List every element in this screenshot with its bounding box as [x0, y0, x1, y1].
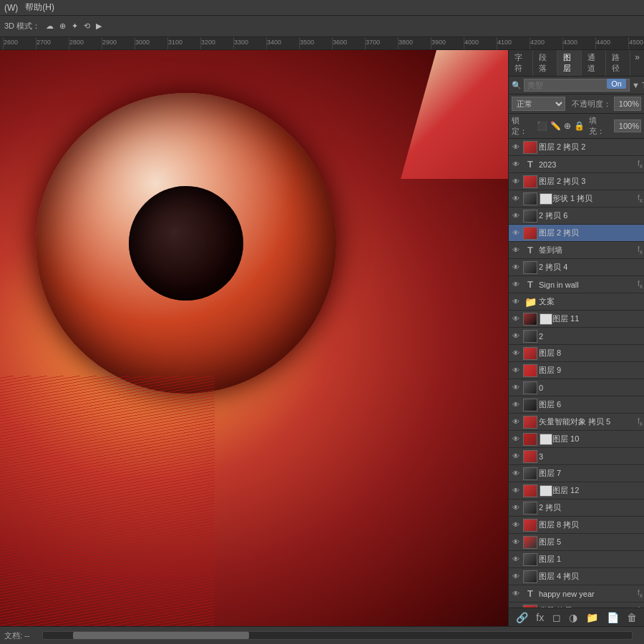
menu-item-help[interactable]: 帮助(H) — [25, 1, 54, 14]
menu-item-w[interactable]: (W) — [4, 3, 18, 13]
layer-visibility-toggle[interactable]: 👁 — [510, 519, 522, 531]
layer-thumb — [523, 364, 537, 377]
layer-row[interactable]: 👁 图层 4 拷贝 — [509, 568, 644, 585]
search-filter-icon[interactable]: ▼ — [632, 81, 640, 89]
layer-visibility-toggle[interactable]: 👁 — [510, 331, 522, 342]
layer-visibility-toggle[interactable]: 👁 — [510, 296, 522, 308]
layer-visibility-toggle[interactable]: 👁 — [510, 571, 522, 582]
new-layer-button[interactable]: 📄 — [605, 612, 621, 623]
fill-input[interactable] — [614, 119, 641, 132]
layer-effects-button[interactable]: fx — [534, 612, 546, 623]
horizontal-scrollbar[interactable] — [42, 631, 633, 640]
toolbar-transform-icon[interactable]: ⟲ — [84, 21, 90, 31]
tab-character[interactable]: 字符 — [509, 50, 533, 76]
layer-visibility-toggle[interactable]: 👁 — [510, 382, 522, 394]
add-mask-button[interactable]: ◻ — [550, 612, 563, 623]
layer-row[interactable]: 👁 0 — [509, 379, 644, 396]
layer-visibility-toggle[interactable]: 👁 — [510, 210, 522, 222]
layer-visibility-toggle[interactable]: 👁 — [510, 434, 522, 445]
layer-visibility-toggle[interactable]: 👁 — [510, 554, 522, 565]
layer-row[interactable]: 👁 T happy new year fx — [509, 585, 644, 602]
layer-row[interactable]: 👁 图层 5 — [509, 534, 644, 551]
layer-thumb — [523, 502, 537, 514]
layer-row[interactable]: 👁 图层 8 拷贝 — [509, 517, 644, 534]
lock-position-icon[interactable]: ✏️ — [550, 121, 561, 131]
layer-row[interactable]: 👁 T 签到墙 fx — [509, 242, 644, 259]
layer-row[interactable]: 👁 图层 7 — [509, 465, 644, 482]
layer-row[interactable]: 👁 2 — [509, 328, 644, 345]
layer-row[interactable]: 👁 图层 2 拷贝 3 — [509, 173, 644, 190]
layer-name: 图层 2 拷贝 — [539, 228, 643, 238]
layer-name: 2 拷贝 4 — [539, 262, 643, 273]
layer-thumb — [523, 313, 537, 326]
layer-thumb — [523, 399, 537, 411]
blend-mode-select[interactable]: 正常 — [512, 97, 565, 111]
lock-pixels-icon[interactable]: ⬛ — [537, 121, 547, 131]
tab-paths[interactable]: 路径 — [606, 50, 630, 76]
layer-row[interactable]: 👁 📁 文案 — [509, 293, 644, 311]
layer-row[interactable]: 👁 T 2023 fx — [509, 156, 644, 173]
layer-row[interactable]: 👁 形状 1 拷贝 fx — [509, 190, 644, 208]
layer-row[interactable]: 👁 3 — [509, 448, 644, 465]
layer-row[interactable]: 👁 图层 2 拷贝 2 — [509, 139, 644, 156]
toolbar-orbit-icon[interactable]: ✦ — [72, 21, 78, 31]
layer-row[interactable]: 👁 图层 1 — [509, 551, 644, 568]
layer-visibility-toggle[interactable]: 👁 — [510, 468, 522, 479]
layer-row[interactable]: 👁 2 拷贝 4 — [509, 259, 644, 276]
layer-visibility-toggle[interactable]: 👁 — [510, 279, 522, 291]
layer-row[interactable]: 👁 背景 拷贝 2 fx — [509, 602, 644, 608]
layer-row[interactable]: 👁 图层 11 — [509, 311, 644, 328]
layer-visibility-toggle[interactable]: 👁 — [510, 416, 522, 428]
tab-channels[interactable]: 通道 — [582, 50, 606, 76]
tab-layers[interactable]: 图层 — [557, 50, 582, 76]
toolbar-rotate-icon[interactable]: ☁ — [46, 21, 54, 31]
layer-visibility-toggle[interactable]: 👁 — [510, 142, 522, 153]
layer-visibility-toggle[interactable]: 👁 — [510, 348, 522, 359]
layer-row[interactable]: 👁 图层 2 拷贝 — [509, 225, 644, 242]
toolbar-pan-icon[interactable]: ⊕ — [59, 21, 66, 31]
link-layers-button[interactable]: 🔗 — [514, 612, 530, 623]
layer-visibility-toggle[interactable]: 👁 — [510, 159, 522, 170]
delete-layer-button[interactable]: 🗑 — [625, 612, 639, 623]
toolbar: 3D 模式： ☁ ⊕ ✦ ⟲ ▶ — [0, 16, 644, 37]
scrollbar-thumb[interactable] — [73, 632, 250, 639]
canvas-area[interactable] — [0, 50, 508, 626]
layer-row[interactable]: 👁 图层 6 — [509, 396, 644, 414]
layers-panel: 字符 段落 图层 通道 路径 » On 🔍 ▼ T ⊕ 正常 不透明度： — [508, 50, 644, 626]
layer-row[interactable]: 👁 T Sign in wall fx — [509, 276, 644, 293]
layer-visibility-toggle[interactable]: 👁 — [510, 245, 522, 256]
layer-visibility-toggle[interactable]: 👁 — [510, 228, 522, 239]
layer-visibility-toggle[interactable]: 👁 — [510, 193, 522, 205]
layer-visibility-toggle[interactable]: 👁 — [510, 399, 522, 411]
new-fill-layer-button[interactable]: ◑ — [567, 612, 580, 623]
layer-name: 图层 2 拷贝 3 — [539, 176, 643, 187]
layer-visibility-toggle[interactable]: 👁 — [510, 605, 522, 608]
layer-visibility-toggle[interactable]: 👁 — [510, 313, 522, 325]
tab-paragraph[interactable]: 段落 — [533, 50, 557, 76]
new-folder-button[interactable]: 📁 — [584, 612, 600, 623]
search-icon[interactable]: 🔍 — [512, 81, 522, 90]
lock-all-icon[interactable]: 🔒 — [574, 121, 585, 131]
layer-row[interactable]: 👁 图层 10 — [509, 431, 644, 448]
layer-visibility-toggle[interactable]: 👁 — [510, 537, 522, 548]
panel-collapse-arrow[interactable]: » — [630, 50, 644, 76]
opacity-input[interactable] — [614, 97, 641, 111]
layer-row[interactable]: 👁 矢量智能对象 拷贝 5 fx — [509, 414, 644, 431]
layer-visibility-toggle[interactable]: 👁 — [510, 451, 522, 462]
layer-row[interactable]: 👁 图层 8 — [509, 345, 644, 362]
layer-row[interactable]: 👁 图层 12 — [509, 482, 644, 499]
layer-row[interactable]: 👁 2 拷贝 — [509, 499, 644, 517]
layer-visibility-toggle[interactable]: 👁 — [510, 365, 522, 376]
layer-mask — [540, 434, 552, 445]
opacity-label: 不透明度： — [572, 99, 611, 109]
layer-visibility-toggle[interactable]: 👁 — [510, 588, 522, 600]
layer-visibility-toggle[interactable]: 👁 — [510, 485, 522, 497]
layer-fx-badge: fx — [638, 606, 643, 608]
layer-row[interactable]: 👁 图层 9 — [509, 362, 644, 379]
layer-visibility-toggle[interactable]: 👁 — [510, 176, 522, 187]
layer-visibility-toggle[interactable]: 👁 — [510, 262, 522, 273]
layer-row[interactable]: 👁 2 拷贝 6 — [509, 208, 644, 225]
lock-move-icon[interactable]: ⊕ — [564, 121, 571, 131]
toolbar-render-icon[interactable]: ▶ — [96, 21, 102, 31]
layer-visibility-toggle[interactable]: 👁 — [510, 502, 522, 514]
